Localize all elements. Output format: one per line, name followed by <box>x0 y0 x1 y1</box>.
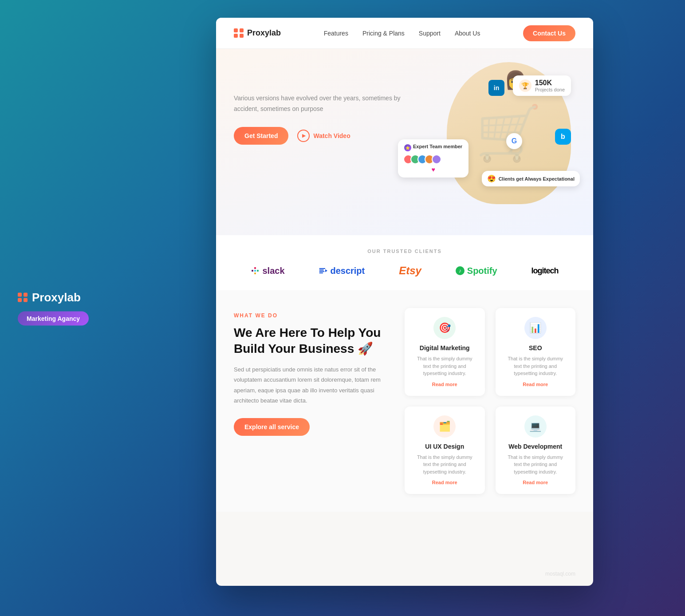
badge-projects-done: 🏆 150K Projects done <box>513 75 571 96</box>
seo-icon: 📊 <box>524 317 547 339</box>
projects-text: 150K Projects done <box>535 79 565 92</box>
client-logos: slack descript Etsy ♪ Spotify logitech <box>234 265 575 277</box>
svg-rect-2 <box>254 270 256 272</box>
watermark: mostaql.com <box>545 571 575 577</box>
watch-video-button[interactable]: ▶ Watch Video <box>297 130 350 142</box>
nav-pricing[interactable]: Pricing & Plans <box>362 30 405 37</box>
svg-rect-4 <box>254 272 256 274</box>
ui-ux-read-more[interactable]: Read more <box>413 480 476 485</box>
seo-desc: That is the simply dummy text the printi… <box>504 355 567 377</box>
explore-all-service-button[interactable]: Explore all service <box>234 418 310 436</box>
logitech-logo: logitech <box>531 266 559 276</box>
grid-dot <box>234 28 238 32</box>
web-dev-desc: That is the simply dummy text the printi… <box>504 454 567 476</box>
digital-marketing-title: Digital Marketing <box>413 344 476 351</box>
digital-marketing-icon: 🎯 <box>433 317 456 339</box>
badge-clients: 😍 Clients get Always Expectational <box>482 171 580 186</box>
ui-ux-title: UI UX Design <box>413 443 476 450</box>
service-web-dev: 💻 Web Development That is the simply dum… <box>496 407 576 494</box>
service-seo: 📊 SEO That is the simply dummy text the … <box>496 308 576 396</box>
svg-rect-3 <box>257 270 259 272</box>
etsy-text: Etsy <box>399 265 421 277</box>
web-dev-read-more[interactable]: Read more <box>504 480 567 485</box>
what-we-do-label: WHAT WE DO <box>234 312 387 319</box>
trusted-clients-section: OUR TRUSTED CLIENTS slack descript <box>216 235 593 290</box>
hero-subtext: Various versions have evolved over the y… <box>234 93 402 115</box>
clients-label: Clients get Always Expectational <box>499 176 575 182</box>
team-avatars-row <box>404 154 462 164</box>
seo-read-more[interactable]: Read more <box>504 382 567 387</box>
left-branding: Proxylab Marketing Agancy <box>18 291 89 326</box>
get-started-button[interactable]: Get Started <box>234 127 288 145</box>
grid-dot <box>234 34 238 38</box>
play-icon: ▶ <box>297 130 310 142</box>
team-badge-label: Expert Team member <box>413 144 462 149</box>
svg-rect-0 <box>252 270 253 272</box>
svg-rect-1 <box>254 267 256 269</box>
digital-marketing-desc: That is the simply dummy text the printi… <box>413 355 476 377</box>
watch-video-label: Watch Video <box>313 132 350 139</box>
spotify-icon: ♪ <box>456 266 465 275</box>
website-card: Proxylab Features Pricing & Plans Suppor… <box>216 18 593 586</box>
projects-label: Projects done <box>535 87 565 92</box>
marketing-badge: Marketing Agancy <box>18 312 89 326</box>
nav-support[interactable]: Support <box>419 30 441 37</box>
hero-visual: 🛒 👩 in 🏆 150K Projects done <box>398 53 584 222</box>
grid-dot <box>24 292 28 296</box>
spotify-text: Spotify <box>467 266 497 276</box>
ui-ux-desc: That is the simply dummy text the printi… <box>413 454 476 476</box>
nav-brand-name: Proxylab <box>247 28 281 38</box>
nav-links: Features Pricing & Plans Support About U… <box>324 30 480 37</box>
services-left: WHAT WE DO We Are Here To Help You Build… <box>234 308 405 494</box>
badge-bing: b <box>555 129 571 145</box>
services-description: Sed ut perspiciatis unde omnis iste natu… <box>234 364 387 406</box>
descript-text: descript <box>330 266 365 276</box>
projects-icon: 🏆 <box>519 79 531 92</box>
nav-logo-icon <box>234 28 244 38</box>
hero-buttons: Get Started ▶ Watch Video <box>234 127 402 145</box>
heart-icon: ♥ <box>404 166 462 173</box>
descript-icon <box>319 266 327 275</box>
services-heading: We Are Here To Help You Build Your Busin… <box>234 325 387 357</box>
grid-dot <box>18 292 22 296</box>
slack-logo: slack <box>251 266 284 276</box>
hero-section: Various versions have evolved over the y… <box>216 49 593 235</box>
badge-google: G <box>506 133 522 149</box>
brand-logo-left: Proxylab <box>18 291 81 304</box>
grid-dot <box>240 34 244 38</box>
spotify-logo: ♪ Spotify <box>456 266 497 276</box>
web-dev-icon: 💻 <box>524 415 547 438</box>
nav-about[interactable]: About Us <box>455 30 480 37</box>
smile-icon: 😍 <box>487 174 496 183</box>
badge-expert-team: ⭐ Expert Team member ♥ <box>398 139 468 178</box>
service-digital-marketing: 🎯 Digital Marketing That is the simply d… <box>405 308 485 396</box>
services-section: WHAT WE DO We Are Here To Help You Build… <box>216 290 593 512</box>
descript-logo: descript <box>319 266 365 276</box>
svg-marker-5 <box>325 269 327 272</box>
avatar-5 <box>432 154 441 164</box>
badge-linkedin: in <box>488 80 504 96</box>
grid-dot <box>18 298 22 302</box>
ui-ux-icon: 🗂️ <box>433 415 456 438</box>
contact-us-button[interactable]: Contact Us <box>523 25 575 41</box>
digital-marketing-read-more[interactable]: Read more <box>413 382 476 387</box>
projects-count: 150K <box>535 79 565 87</box>
grid-dot <box>24 298 28 302</box>
nav-brand: Proxylab <box>234 28 281 38</box>
brand-name-left: Proxylab <box>32 291 81 304</box>
navbar: Proxylab Features Pricing & Plans Suppor… <box>216 18 593 49</box>
web-dev-title: Web Development <box>504 443 567 450</box>
logitech-text: logitech <box>531 266 559 276</box>
slack-icon <box>251 266 260 275</box>
brand-grid-icon <box>18 292 28 302</box>
services-grid: 🎯 Digital Marketing That is the simply d… <box>405 308 575 494</box>
seo-title: SEO <box>504 344 567 351</box>
nav-features[interactable]: Features <box>324 30 348 37</box>
service-ui-ux: 🗂️ UI UX Design That is the simply dummy… <box>405 407 485 494</box>
grid-dot <box>240 28 244 32</box>
slack-text: slack <box>262 266 284 276</box>
team-badge-icon: ⭐ <box>404 144 411 151</box>
trusted-title: OUR TRUSTED CLIENTS <box>234 249 575 254</box>
hero-content: Various versions have evolved over the y… <box>234 67 402 145</box>
etsy-logo: Etsy <box>399 265 421 277</box>
